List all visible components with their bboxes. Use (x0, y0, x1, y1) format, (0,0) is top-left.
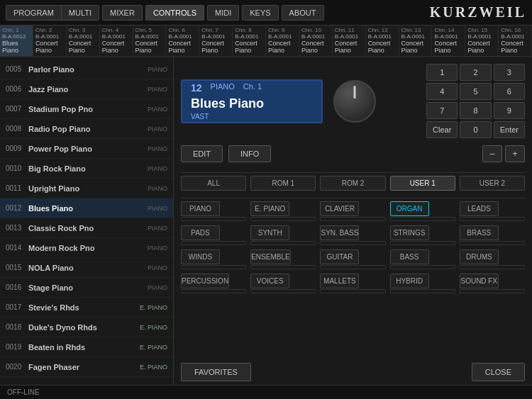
numpad-key-4[interactable]: 4 (426, 83, 458, 100)
right-panel: 12 PIANO Ch. 1 Blues Piano VAST 12345678… (174, 57, 532, 388)
controls-button[interactable]: CONTROLS (145, 5, 204, 21)
channel-cell[interactable]: Chn. 1 B-A:0012 Blues Piano (0, 26, 33, 56)
channel-cell[interactable]: Chn. 16 B-A:0001 Concert Piano (499, 26, 532, 56)
midi-button[interactable]: MIDI (207, 5, 239, 21)
channel-cell[interactable]: Chn. 15 B-A:0001 Concert Piano (465, 26, 499, 56)
bank-button-user2[interactable]: USER 2 (460, 176, 525, 191)
multi-button[interactable]: MULTI (62, 6, 99, 20)
numpad-key-8[interactable]: 8 (460, 102, 491, 119)
numpad-key-1[interactable]: 1 (426, 64, 458, 81)
cat-button-synth[interactable]: SYNTH (250, 225, 289, 240)
prog-category: PIANO (148, 125, 167, 133)
cat-button-strings[interactable]: STRINGS (390, 225, 429, 240)
cat-button-brass[interactable]: BRASS (460, 225, 499, 240)
channel-cell[interactable]: Chn. 9 B-A:0001 Concert Piano (266, 26, 299, 56)
cat-button-clavier[interactable]: CLAVIER (320, 201, 359, 216)
program-list-item[interactable]: 0010 Big Rock Piano PIANO (0, 159, 173, 179)
edit-button[interactable]: EDIT (181, 145, 223, 162)
cat-button-ensemble[interactable]: ENSEMBLE (250, 249, 290, 264)
bank-button-rom2[interactable]: ROM 2 (320, 176, 385, 191)
program-list-item[interactable]: 0007 Stadium Pop Pno PIANO (0, 99, 173, 119)
program-list-item[interactable]: 0006 Jazz Piano PIANO (0, 79, 173, 99)
program-list-item[interactable]: 0008 Radio Pop Piano PIANO (0, 119, 173, 139)
cat-button-soundfx[interactable]: SOUND FX (460, 274, 499, 288)
channel-cell[interactable]: Chn. 14 B-A:0001 Concert Piano (432, 26, 465, 56)
channel-label: Chn. 4 (102, 27, 131, 33)
program-list-item[interactable]: 0015 NOLA Piano PIANO (0, 258, 173, 278)
cat-button-winds[interactable]: WINDS (181, 249, 220, 264)
bank-button-user1[interactable]: USER 1 (390, 176, 455, 191)
top-navigation: PROGRAM MULTI MIXER CONTROLS MIDI KEYS A… (0, 0, 532, 26)
numpad-key-5[interactable]: 5 (460, 83, 491, 100)
cat-button-pads[interactable]: PADS (181, 225, 220, 240)
bank-button-all[interactable]: ALL (181, 176, 246, 191)
program-list-item[interactable]: 0019 Beaten in Rhds E. PIANO (0, 337, 173, 357)
program-button[interactable]: PROGRAM (6, 6, 62, 20)
channel-cell[interactable]: Chn. 4 B-A:0001 Concert Piano (100, 26, 133, 56)
cat-button-drums[interactable]: DRUMS (460, 249, 499, 264)
cat-button-voices[interactable]: VOICES (250, 274, 289, 288)
program-list-item[interactable]: 0018 Duke's Dyno Rhds E. PIANO (0, 317, 173, 337)
program-list-item[interactable]: 0017 Stevie's Rhds E. PIANO (0, 298, 173, 317)
channel-cell[interactable]: Chn. 7 B-A:0001 Concert Piano (199, 26, 233, 56)
prog-name: Radio Pop Piano (28, 125, 148, 133)
program-list-item[interactable]: 0012 Blues Piano PIANO (0, 198, 173, 218)
main-knob[interactable] (333, 80, 376, 123)
cat-button-piano[interactable]: PIANO (181, 201, 220, 216)
program-list-item[interactable]: 0020 Fagen Phaser E. PIANO (0, 357, 173, 377)
numpad-key-0[interactable]: 0 (460, 121, 491, 138)
cat-button-sub-percussion (181, 289, 246, 293)
cat-button-mallets[interactable]: MALLETS (320, 274, 359, 288)
numpad-key-clear[interactable]: Clear (426, 121, 458, 138)
channel-cell[interactable]: Chn. 11 B-A:0001 Concert Piano (333, 26, 366, 56)
prog-category: PIANO (148, 165, 167, 172)
mixer-button[interactable]: MIXER (102, 5, 143, 21)
channel-cell[interactable]: Chn. 2 B-A:0001 Concert Piano (33, 26, 67, 56)
plus-button[interactable]: + (505, 145, 525, 162)
cat-button-organ[interactable]: ORGAN (390, 201, 429, 216)
minus-button[interactable]: – (482, 145, 502, 162)
bank-button-rom1[interactable]: ROM 1 (250, 176, 316, 191)
channel-cell[interactable]: Chn. 3 B-A:0001 Concert Piano (67, 26, 100, 56)
program-list-item[interactable]: 0011 Upright Piano PIANO (0, 179, 173, 198)
numpad-key-9[interactable]: 9 (494, 102, 525, 119)
cat-button-synbass[interactable]: SYN. BASS (320, 225, 359, 240)
numpad-key-2[interactable]: 2 (460, 64, 491, 81)
cat-button-guitar[interactable]: GUITAR (320, 249, 359, 264)
cat-button-sub-synbass (320, 241, 385, 245)
cat-button-epiano[interactable]: E. PIANO (250, 201, 289, 216)
channel-cell[interactable]: Chn. 10 B-A:0001 Concert Piano (299, 26, 333, 56)
channel-cell[interactable]: Chn. 5 B-A:0001 Concert Piano (133, 26, 167, 56)
channel-cell[interactable]: Chn. 8 B-A:0001 Concert Piano (233, 26, 266, 56)
channel-name: Concert Piano (201, 40, 230, 54)
program-list-item[interactable]: 0009 Power Pop Piano PIANO (0, 139, 173, 159)
keys-button[interactable]: KEYS (242, 5, 278, 21)
program-list-item[interactable]: 0016 Stage Piano PIANO (0, 278, 173, 298)
channel-prog: B-A:0001 (467, 33, 496, 40)
channel-prog: B-A:0001 (69, 33, 97, 40)
program-list-item[interactable]: 0013 Classic Rock Pno PIANO (0, 218, 173, 238)
channel-prog: B-A:0001 (102, 33, 131, 40)
cat-button-percussion[interactable]: PERCUSSION (181, 274, 229, 288)
cat-button-hybrid[interactable]: HYBRID (390, 274, 429, 288)
cat-button-sub-mallets (320, 289, 385, 293)
prog-name: Stadium Pop Pno (28, 105, 148, 113)
channel-prog: B-A:0001 (335, 33, 363, 40)
channel-cell[interactable]: Chn. 13 B-A:0001 Concert Piano (399, 26, 433, 56)
numpad-key-enter[interactable]: Enter (494, 121, 525, 138)
channel-cell[interactable]: Chn. 6 B-A:0001 Concert Piano (166, 26, 199, 56)
close-button[interactable]: CLOSE (472, 363, 525, 381)
cat-button-sub-guitar (320, 265, 385, 269)
channel-cell[interactable]: Chn. 12 B-A:0001 Concert Piano (366, 26, 399, 56)
program-list-item[interactable]: 0014 Modern Rock Pno PIANO (0, 238, 173, 258)
numpad-key-6[interactable]: 6 (494, 83, 525, 100)
info-button[interactable]: INFO (228, 145, 271, 162)
cat-button-leads[interactable]: LEADS (460, 201, 499, 216)
numpad-key-3[interactable]: 3 (494, 64, 525, 81)
numpad-key-7[interactable]: 7 (426, 102, 458, 119)
favorites-button[interactable]: FAVORITES (181, 363, 251, 381)
program-list-item[interactable]: 0005 Parlor Piano PIANO (0, 60, 173, 79)
prog-category: E. PIANO (140, 324, 167, 331)
about-button[interactable]: ABOUT (282, 5, 324, 21)
cat-button-bass[interactable]: BASS (390, 249, 429, 264)
